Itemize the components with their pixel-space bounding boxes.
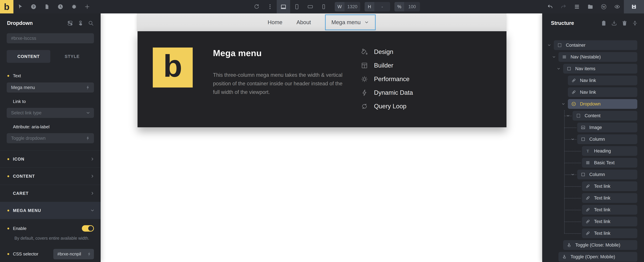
pages-icon: [44, 4, 50, 10]
eye-button[interactable]: [610, 0, 624, 14]
mobile-viewport-button[interactable]: [317, 0, 330, 14]
section-content[interactable]: CONTENT: [0, 168, 100, 185]
mega-link-design[interactable]: Design: [360, 45, 413, 59]
refresh-button[interactable]: [250, 0, 263, 14]
tree-row-text-link[interactable]: Text link: [582, 193, 637, 203]
tablet-landscape-viewport-button[interactable]: [304, 0, 317, 14]
menu-button[interactable]: [570, 0, 584, 14]
search-icon[interactable]: [88, 20, 94, 26]
tree-row-dropdown[interactable]: Dropdown: [568, 99, 637, 109]
mega-link-builder[interactable]: Builder: [360, 59, 413, 72]
expand-caret-icon[interactable]: [547, 43, 552, 47]
tree-row-toggle-close-mobile[interactable]: Toggle (Close: Mobile): [563, 240, 637, 250]
mega-link-query-loop[interactable]: Query Loop: [360, 99, 413, 113]
tree-row-nav-items[interactable]: Nav items: [563, 64, 637, 74]
builder-canvas[interactable]: HomeAboutMega menu b Mega menu This thre…: [100, 14, 542, 262]
modified-indicator-dot: [8, 175, 9, 177]
tree-row-text-link[interactable]: Text link: [582, 181, 637, 191]
mega-menu-logo-image[interactable]: b: [153, 48, 193, 87]
mega-link-dynamic-data[interactable]: Dynamic Data: [360, 86, 413, 99]
mega-menu-description[interactable]: This three-column mega menu takes the wi…: [213, 71, 344, 96]
zoom-badge-value[interactable]: 100: [404, 2, 420, 12]
dynamic-data-bolt-icon[interactable]: [85, 85, 90, 90]
text-input[interactable]: [7, 82, 94, 92]
interactions-icon[interactable]: [78, 20, 84, 26]
desktop-viewport-button[interactable]: [277, 0, 290, 14]
tree-row-text-link[interactable]: Text link: [582, 205, 637, 215]
section-label: CARET: [13, 191, 29, 196]
circle-caret-icon: [571, 101, 576, 106]
aria-label-input[interactable]: [7, 133, 94, 143]
mega-link-performance[interactable]: Performance: [360, 72, 413, 86]
tree-row-container[interactable]: Container: [554, 40, 637, 50]
expand-caret-icon[interactable]: [570, 172, 575, 177]
wordpress-button[interactable]: W: [597, 0, 610, 14]
mega-link-label: Performance: [374, 76, 410, 83]
cursor-button[interactable]: [14, 0, 27, 14]
nav-item-home[interactable]: Home: [268, 19, 282, 26]
structure-panel: Structure ContainerNav (Nestable)Nav ite…: [542, 14, 644, 262]
selected-element-outline[interactable]: Mega menu: [325, 15, 376, 30]
tree-row-nav-link[interactable]: Nav link: [568, 87, 637, 97]
css-id-input[interactable]: [7, 33, 94, 43]
add-button[interactable]: [80, 0, 94, 14]
tree-row-label: Nav items: [575, 66, 595, 71]
help-button[interactable]: ?: [27, 0, 40, 14]
tree-row-text-link[interactable]: Text link: [582, 228, 637, 238]
expand-caret-icon[interactable]: [566, 113, 570, 118]
expand-caret-icon[interactable]: [570, 137, 575, 142]
dynamic-data-bolt-icon[interactable]: [85, 136, 90, 141]
chevron-right-icon: [90, 157, 95, 162]
link-icon: [571, 78, 576, 83]
tree-row-basic-text[interactable]: Basic Text: [582, 158, 637, 168]
desktop-icon: [280, 4, 286, 10]
save-button[interactable]: [624, 0, 644, 14]
height-badge-value[interactable]: -: [374, 2, 390, 12]
section-mega-menu[interactable]: MEGA MENU: [0, 202, 100, 219]
expand-caret-icon[interactable]: [552, 55, 556, 59]
tree-row-content[interactable]: Content: [572, 111, 637, 120]
width-badge-value[interactable]: 1320: [344, 2, 360, 12]
mega-menu-heading[interactable]: Mega menu: [213, 48, 262, 58]
section-icon[interactable]: ICON: [0, 151, 100, 168]
mega-link-label: Dynamic Data: [374, 89, 413, 96]
undo-button[interactable]: [544, 0, 557, 14]
tree-row-nav-nestable[interactable]: Nav (Nestable): [558, 52, 637, 62]
dynamic-data-bolt-icon[interactable]: [86, 251, 92, 257]
link-to-label: Link to: [13, 99, 26, 104]
nav-item-mega-menu[interactable]: Mega menu: [332, 19, 360, 26]
more-v-button[interactable]: [263, 0, 277, 14]
folder-button[interactable]: [584, 0, 597, 14]
sliders-icon[interactable]: [67, 20, 73, 26]
tree-row-nav-link[interactable]: Nav link: [568, 76, 637, 85]
hand-icon: [562, 254, 567, 259]
tree-row-text-link[interactable]: Text link: [582, 217, 637, 226]
expand-caret-icon[interactable]: [561, 102, 566, 106]
tree-row-label: Text link: [594, 207, 610, 212]
modified-indicator-dot: [8, 253, 9, 255]
tree-row-toggle-open-mobile[interactable]: Toggle (Open: Mobile): [558, 252, 637, 262]
tree-row-heading[interactable]: THeading: [582, 146, 637, 156]
tree-guide-line: [564, 163, 581, 163]
link-type-select[interactable]: Select link type: [7, 108, 94, 118]
settings-button[interactable]: [67, 0, 80, 14]
enable-toggle[interactable]: [82, 225, 94, 232]
nav-item-about[interactable]: About: [296, 19, 311, 26]
tab-content[interactable]: CONTENT: [7, 50, 50, 63]
pages-button[interactable]: [40, 0, 54, 14]
redo-button[interactable]: [557, 0, 570, 14]
mega-menu-panel[interactable]: b Mega menu This three-column mega menu …: [138, 31, 506, 127]
tree-row-label: Dropdown: [580, 101, 600, 107]
tree-row-column[interactable]: Column: [577, 170, 637, 179]
section-caret[interactable]: CARET: [0, 185, 100, 202]
expand-caret-icon[interactable]: [556, 67, 561, 71]
tab-style[interactable]: STYLE: [50, 50, 94, 63]
history-button[interactable]: [54, 0, 67, 14]
mega-menu-settings: Enable By default, covers entire availab…: [0, 225, 100, 262]
tablet-portrait-viewport-button[interactable]: [290, 0, 304, 14]
chevron-down-icon: [86, 110, 90, 115]
tree-row-image[interactable]: Image: [577, 122, 637, 132]
tree-row-column[interactable]: Column: [577, 134, 637, 144]
link-icon: [585, 231, 590, 236]
bricks-logo[interactable]: b: [0, 0, 14, 14]
